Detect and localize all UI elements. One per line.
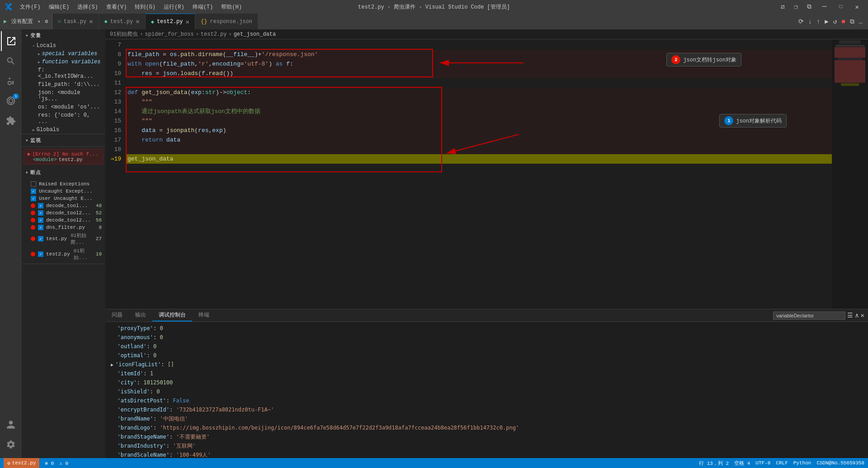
bc-root[interactable]: 01初始爬虫 <box>110 30 138 38</box>
split-button[interactable]: ⧉ <box>804 3 814 10</box>
special-vars[interactable]: ▶ special variables <box>25 50 105 58</box>
bp-raised-exceptions[interactable]: Raised Exceptions <box>22 180 105 188</box>
panel-tab-terminal[interactable]: 终端 <box>192 309 216 321</box>
var-json[interactable]: json: <module 'js... <box>25 89 105 103</box>
bp-user-uncaught[interactable]: User Uncaught E... <box>22 195 105 202</box>
activity-debug[interactable]: 1 <box>1 91 21 111</box>
window-minimize[interactable]: ─ <box>818 3 831 11</box>
bp-uncaught-checkbox[interactable] <box>31 189 36 194</box>
minimize-button[interactable]: ⧄ <box>778 3 788 10</box>
run-button[interactable]: ▶ <box>4 18 7 25</box>
layout-button[interactable]: ❐ <box>791 3 800 11</box>
globals-header[interactable]: ▶ Globals <box>25 126 105 134</box>
status-encoding[interactable]: UTF-8 <box>755 460 770 466</box>
locals-header[interactable]: ▾ Locals <box>25 42 105 50</box>
status-errors[interactable]: ⊗ 0 <box>45 460 54 466</box>
activity-settings[interactable] <box>1 435 21 454</box>
bp-decode56-checkbox[interactable] <box>38 217 43 223</box>
ln-8: 8 <box>105 50 121 59</box>
tab-test2-py[interactable]: ◆ test2.py ✕ <box>146 14 195 29</box>
bc-function[interactable]: get_json_data <box>234 31 276 38</box>
activity-search[interactable] <box>1 51 21 71</box>
bc-spider[interactable]: spider_for_boss <box>145 31 194 38</box>
debug-step-into[interactable]: ↓ <box>807 17 813 26</box>
panel-list-view[interactable]: ☰ <box>847 312 853 319</box>
activity-account[interactable] <box>1 415 21 435</box>
debug-step-out[interactable]: ↑ <box>816 17 821 26</box>
bp-decode48-checkbox[interactable] <box>38 203 43 208</box>
split-editor[interactable]: ⧉ <box>849 17 855 26</box>
variables-arrow: ▾ <box>25 33 28 38</box>
debug-restart[interactable]: ↺ <box>832 17 838 26</box>
bp-test2-19[interactable]: test2.py 01初始... 19 <box>22 246 105 262</box>
config-settings[interactable]: ⚙ <box>45 18 48 25</box>
var-filepath[interactable]: file_path: 'd:\\... <box>25 80 105 89</box>
bp-test-27[interactable]: test.py 01初始爬... 27 <box>22 231 105 246</box>
config-dropdown[interactable]: ▾ <box>38 19 40 24</box>
tab-icon-response: {} <box>201 19 207 25</box>
tab-close-task[interactable]: ✕ <box>89 18 93 25</box>
status-line-ending[interactable]: CRLF <box>776 460 788 466</box>
bp-decode52-checkbox[interactable] <box>38 210 43 216</box>
debug-step-over[interactable]: ⟳ <box>797 17 805 26</box>
watch-header[interactable]: ▾ 监视 <box>22 134 105 147</box>
run-config[interactable]: ▶ 没有配置 ▾ ⚙ <box>0 14 52 29</box>
tab-task-py[interactable]: ○ task.py ✕ <box>52 14 99 29</box>
bp-test27-checkbox[interactable] <box>38 236 43 241</box>
bp-decode56-line: 56 <box>96 217 102 223</box>
panel-tab-problems[interactable]: 问题 <box>105 309 129 321</box>
window-close[interactable]: ✕ <box>851 3 863 11</box>
var-res[interactable]: res: {'code': 0, ... <box>25 111 105 126</box>
var-f[interactable]: f: <_io.TextIOWra... <box>25 66 105 80</box>
code-line-19: get_json_data <box>126 154 832 164</box>
bp-decode-tool-48[interactable]: decode_tool... 48 <box>22 202 105 209</box>
panel-tab-output[interactable]: 输出 <box>129 309 152 321</box>
menu-terminal[interactable]: 终端(T) <box>189 2 217 12</box>
status-position[interactable]: 行 13，列 2 <box>699 460 729 467</box>
bp-raised-checkbox[interactable] <box>31 181 36 187</box>
status-git[interactable]: CSDN@No.55659358 <box>816 460 864 466</box>
status-language[interactable]: Python <box>793 460 811 466</box>
bp-dns-checkbox[interactable] <box>38 225 43 230</box>
panel-close[interactable]: ✕ <box>861 312 864 319</box>
title-bar-menu[interactable]: 文件(F) 编辑(E) 选择(S) 查看(V) 转到(G) 运行(R) 终端(T… <box>16 2 245 12</box>
var-os[interactable]: os: <module 'os'... <box>25 103 105 111</box>
code-lines[interactable]: file_path = os.path.dirname(__file__)+'/… <box>126 39 832 309</box>
activity-extensions[interactable] <box>1 111 21 131</box>
menu-select[interactable]: 选择(S) <box>74 2 102 12</box>
menu-view[interactable]: 查看(V) <box>103 2 131 12</box>
tab-test-py[interactable]: ◆ test.py ✕ <box>99 14 146 29</box>
status-warnings[interactable]: ⚠ 0 <box>59 460 68 466</box>
bp-test2-19-checkbox[interactable] <box>38 251 43 257</box>
menu-goto[interactable]: 转到(G) <box>131 2 159 12</box>
function-vars[interactable]: ▶ function variables <box>25 58 105 66</box>
tab-close-test2[interactable]: ✕ <box>186 18 189 26</box>
variables-header[interactable]: ▾ 变量 <box>22 29 105 42</box>
status-spaces[interactable]: 空格 4 <box>734 460 750 467</box>
menu-edit[interactable]: 编辑(E) <box>45 2 73 12</box>
activity-explorer[interactable] <box>1 31 21 51</box>
breakpoints-header[interactable]: ▾ 断点 <box>22 166 105 179</box>
bp-decode-tool2-52[interactable]: decode_tool2... 52 <box>22 209 105 217</box>
function-vars-arrow: ▶ <box>38 60 40 64</box>
bp-user-uncaught-checkbox[interactable] <box>31 196 36 201</box>
bp-uncaught[interactable]: Uncaught Except... <box>22 188 105 195</box>
bp-dns-filter[interactable]: dns_filter.py 8 <box>22 224 105 231</box>
debug-continue[interactable]: ▶ <box>824 17 829 26</box>
panel-chevron-up[interactable]: ∧ <box>855 312 859 319</box>
window-maximize[interactable]: □ <box>835 4 847 10</box>
menu-run[interactable]: 运行(R) <box>160 2 188 12</box>
activity-scm[interactable] <box>1 71 21 91</box>
bp-decode-tool2-56[interactable]: decode_tool2... 56 <box>22 217 105 224</box>
menu-file[interactable]: 文件(F) <box>16 2 44 12</box>
panel-filter-input[interactable] <box>773 312 845 320</box>
tab-response-json[interactable]: {} response.json <box>195 14 258 29</box>
debug-stop[interactable]: ■ <box>840 17 846 26</box>
tab-close-test[interactable]: ✕ <box>136 18 139 25</box>
menu-help[interactable]: 帮助(H) <box>217 2 245 12</box>
code-line-16: data = jsonpath(res,exp) <box>126 126 832 135</box>
var-json-label: json: <module 'js... <box>38 90 102 102</box>
more-actions[interactable]: … <box>858 17 863 26</box>
panel-tab-debug-console[interactable]: 调试控制台 <box>152 309 192 321</box>
bc-file[interactable]: test2.py <box>201 31 227 38</box>
